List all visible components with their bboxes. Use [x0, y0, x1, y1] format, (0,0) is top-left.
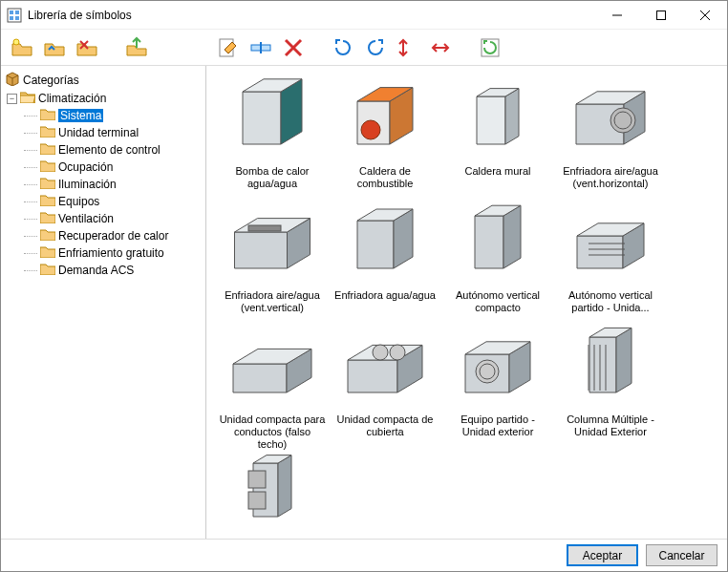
tree-item[interactable]: Unidad terminal — [3, 124, 203, 141]
rotate-right-button[interactable] — [360, 32, 391, 63]
tree-connector — [24, 184, 37, 185]
tree-item[interactable]: Ocupación — [3, 159, 203, 176]
tree-item[interactable]: Recuperador de calor — [3, 227, 203, 244]
tree-item-label: Demanda ACS — [58, 264, 134, 277]
symbol-item[interactable]: Caldera mural — [441, 74, 554, 198]
svg-point-56 — [390, 345, 405, 360]
delete-button[interactable] — [278, 32, 309, 63]
cancel-button[interactable]: Cancelar — [646, 544, 717, 566]
symbol-item[interactable]: Enfriadora aire/agua (vent.horizontal) — [554, 74, 667, 198]
tree-item[interactable]: Demanda ACS — [3, 262, 203, 279]
tree-item-label: Sistema — [58, 109, 103, 122]
window-buttons — [595, 1, 727, 29]
refresh-button[interactable] — [475, 32, 505, 63]
symbol-thumbnail — [342, 201, 428, 287]
tree-category-label: Climatización — [38, 92, 106, 105]
svg-point-9 — [13, 39, 19, 45]
symbol-item[interactable]: Caldera de combustible — [329, 74, 441, 198]
flip-horizontal-button[interactable] — [393, 32, 423, 63]
symbol-item[interactable] — [216, 446, 329, 539]
svg-marker-25 — [477, 96, 505, 144]
rename-button[interactable] — [246, 32, 276, 63]
svg-marker-52 — [348, 360, 397, 392]
svg-rect-73 — [248, 492, 266, 509]
symbol-thumbnail — [567, 201, 653, 287]
collapse-icon[interactable]: − — [7, 94, 17, 104]
svg-marker-49 — [233, 364, 287, 392]
flip-vertical-button[interactable] — [425, 32, 456, 63]
tree-root[interactable]: Categorías — [3, 70, 203, 90]
svg-rect-2 — [15, 11, 19, 14]
body: Categorías − Climatización SistemaUnidad… — [1, 66, 727, 539]
tree-item-label: Enfriamiento gratuito — [58, 246, 164, 260]
symbol-item[interactable]: Enfriadora agua/agua — [329, 198, 441, 322]
toolbar — [1, 30, 727, 66]
symbol-item[interactable]: Equipo partido - Unidad exterior — [441, 322, 554, 446]
tree-connector — [24, 219, 37, 220]
new-folder-button[interactable] — [7, 32, 37, 63]
symbol-grid[interactable]: Bomba de calor agua/agua Caldera de comb… — [206, 66, 727, 539]
tree-item-label: Iluminación — [58, 178, 117, 191]
folder-icon — [40, 177, 55, 192]
svg-marker-37 — [357, 221, 394, 268]
svg-marker-63 — [616, 328, 632, 392]
symbol-item[interactable]: Unidad compacta de cubierta — [329, 322, 441, 446]
tree-item[interactable]: Enfriamiento gratuito — [3, 244, 203, 262]
svg-rect-3 — [10, 16, 13, 20]
tree-connector — [24, 236, 37, 237]
symbol-thumbnail — [342, 326, 428, 412]
symbol-label: Enfriadora agua/agua — [334, 289, 436, 302]
folder-icon — [40, 125, 55, 140]
minimize-button[interactable] — [595, 1, 639, 29]
symbol-thumbnail — [342, 77, 428, 163]
folder-icon — [40, 142, 55, 158]
tree-item[interactable]: Equipos — [3, 193, 203, 210]
symbol-thumbnail — [229, 201, 315, 287]
symbol-label: Unidad compacta de cubierta — [332, 413, 439, 438]
symbol-item[interactable]: Enfriadora aire/agua (vent.vertical) — [216, 198, 329, 322]
open-folder-button[interactable] — [39, 32, 70, 63]
symbol-item[interactable]: Bomba de calor agua/agua — [216, 74, 329, 198]
folder-icon — [40, 263, 55, 278]
folder-icon — [40, 245, 55, 261]
tree-item-label: Recuperador de calor — [58, 229, 168, 243]
tree-category[interactable]: − Climatización — [3, 90, 203, 107]
symbol-item[interactable]: Autónomo vertical compacto — [441, 198, 554, 322]
svg-rect-72 — [248, 471, 266, 488]
window: Librería de símbolos Categorías — [0, 0, 728, 572]
tree-item[interactable]: Ventilación — [3, 210, 203, 227]
close-button[interactable] — [683, 1, 727, 29]
symbol-thumbnail — [567, 77, 653, 163]
folder-icon — [40, 108, 55, 123]
folder-icon — [40, 194, 55, 209]
maximize-button[interactable] — [639, 1, 683, 29]
symbol-label: Enfriadora aire/agua (vent.horizontal) — [557, 165, 664, 190]
delete-folder-button[interactable] — [72, 32, 102, 63]
svg-marker-18 — [243, 92, 281, 144]
tree-item-label: Unidad terminal — [58, 126, 139, 139]
tree-item[interactable]: Elemento de control — [3, 141, 203, 159]
svg-marker-26 — [505, 89, 519, 144]
symbol-item[interactable]: Unidad compacta para conductos (falso te… — [216, 322, 329, 446]
svg-marker-70 — [278, 455, 291, 517]
accept-button[interactable]: Aceptar — [567, 544, 638, 566]
tree-connector — [24, 116, 37, 117]
category-tree[interactable]: Categorías − Climatización SistemaUnidad… — [1, 66, 206, 539]
svg-rect-4 — [15, 16, 19, 20]
tree-item-label: Equipos — [58, 195, 99, 208]
tree-item[interactable]: Sistema — [3, 107, 203, 124]
symbol-thumbnail — [455, 201, 541, 287]
svg-point-55 — [373, 345, 388, 360]
tree-item[interactable]: Iluminación — [3, 176, 203, 193]
symbol-label: Equipo partido - Unidad exterior — [444, 413, 551, 438]
symbol-item[interactable]: Columna Múltiple - Unidad Exterior — [554, 322, 667, 446]
symbol-item[interactable]: Autónomo vertical partido - Unida... — [554, 198, 667, 322]
export-button[interactable] — [121, 32, 152, 63]
symbol-label: Columna Múltiple - Unidad Exterior — [557, 413, 664, 438]
rotate-left-button[interactable] — [328, 32, 358, 63]
folder-open-icon — [20, 91, 35, 106]
tree-connector — [24, 150, 37, 151]
folder-icon — [40, 159, 55, 175]
symbol-thumbnail — [567, 326, 653, 412]
edit-button[interactable] — [213, 32, 244, 63]
